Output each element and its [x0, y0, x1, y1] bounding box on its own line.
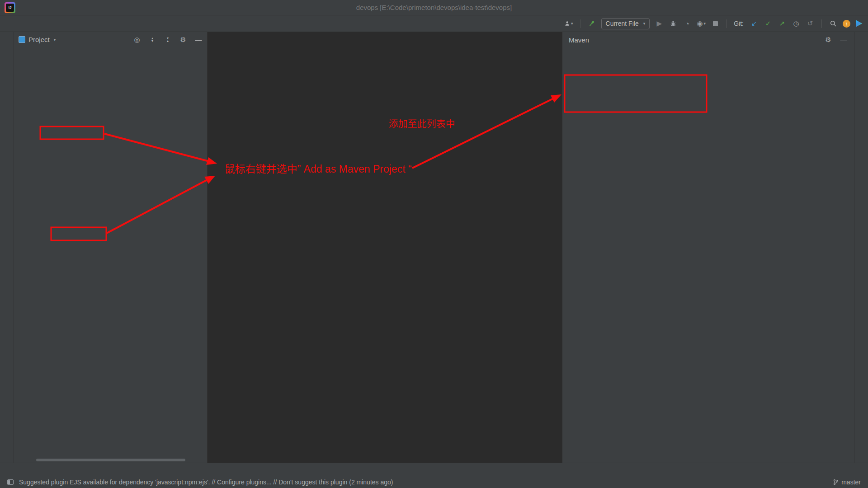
status-bar: Suggested plugin EJS available for depen… [0, 476, 868, 488]
git-branch-widget[interactable]: master [833, 479, 861, 486]
project-panel-title[interactable]: Project [28, 36, 50, 43]
git-update-icon[interactable]: ↙ [750, 19, 759, 28]
history-clock-icon[interactable]: ◷ [792, 19, 801, 28]
window-title: devops [E:\Code\primeton\devops\idea-tes… [356, 0, 512, 15]
right-tool-window-stripe [854, 32, 868, 463]
toolwindow-toggle-icon[interactable] [7, 479, 14, 485]
maven-panel-header: Maven ⚙ — [562, 32, 854, 47]
maven-header-icons: ⚙ — [824, 36, 848, 44]
left-tool-window-stripe [0, 32, 14, 463]
stop-icon[interactable] [711, 19, 720, 28]
collapse-all-icon[interactable]: ▾▴ [164, 36, 172, 44]
search-everywhere-icon[interactable] [829, 19, 838, 28]
run-icon[interactable]: ▶ [655, 19, 664, 28]
maven-panel-title: Maven [569, 36, 589, 44]
settings-gear-icon[interactable]: ⚙ [179, 36, 187, 44]
project-header-icons: ◎ ▴▾ ▾▴ ⚙ — [133, 36, 203, 44]
horizontal-scrollbar[interactable] [36, 459, 185, 461]
chevron-down-icon: ▾ [643, 21, 646, 26]
hide-panel-icon[interactable]: — [840, 36, 848, 44]
hide-panel-icon[interactable]: — [194, 36, 203, 44]
debug-bug-icon[interactable] [669, 19, 678, 28]
git-commit-check-icon[interactable]: ✓ [764, 19, 773, 28]
branch-name: master [841, 479, 861, 486]
chevron-down-icon[interactable]: ▾ [54, 38, 56, 42]
toolbar-separator [726, 19, 727, 28]
run-configuration-value: Current File [606, 20, 639, 27]
editor-area[interactable] [208, 32, 562, 463]
toolbar-separator [821, 19, 822, 28]
title-bar: devops [E:\Code\primeton\devops\idea-tes… [0, 0, 868, 15]
settings-gear-icon[interactable]: ⚙ [824, 36, 832, 44]
user-icon[interactable]: ▾ [564, 19, 573, 28]
project-panel-header: Project ▾ ◎ ▴▾ ▾▴ ⚙ — [14, 32, 207, 47]
intellij-logo-icon [5, 2, 15, 13]
ide-update-icon[interactable]: ↑ [843, 20, 850, 28]
build-hammer-icon[interactable] [587, 19, 596, 28]
git-label: Git: [734, 20, 744, 27]
maven-toolbar [562, 47, 854, 65]
profiler-icon[interactable]: ◔ [683, 19, 692, 28]
navigation-bar: ▾ Current File ▾ ▶ ◔ ◉▾ Git: ↙ ✓ ↗ ◷ ↺ ↑ [0, 15, 868, 32]
project-tool-window: Project ▾ ◎ ▴▾ ▾▴ ⚙ — [14, 32, 208, 463]
git-push-icon[interactable]: ↗ [778, 19, 787, 28]
toolbar-separator [580, 19, 580, 28]
project-view-icon [19, 36, 25, 43]
tool-window-bar [0, 463, 868, 476]
run-with-coverage-icon[interactable]: ◉▾ [697, 19, 706, 28]
expand-all-icon[interactable]: ▴▾ [148, 36, 156, 44]
code-with-me-icon[interactable] [855, 20, 863, 27]
main-toolbar: ▾ Current File ▾ ▶ ◔ ◉▾ Git: ↙ ✓ ↗ ◷ ↺ ↑ [564, 18, 863, 29]
locate-file-icon[interactable]: ◎ [133, 36, 141, 44]
maven-tool-window: Maven ⚙ — [562, 32, 854, 463]
status-message[interactable]: Suggested plugin EJS available for depen… [19, 479, 393, 486]
rollback-icon[interactable]: ↺ [806, 19, 815, 28]
main-area: Project ▾ ◎ ▴▾ ▾▴ ⚙ — Maven ⚙ — [0, 32, 868, 463]
branch-icon [833, 479, 839, 485]
run-configuration-select[interactable]: Current File ▾ [601, 18, 650, 29]
